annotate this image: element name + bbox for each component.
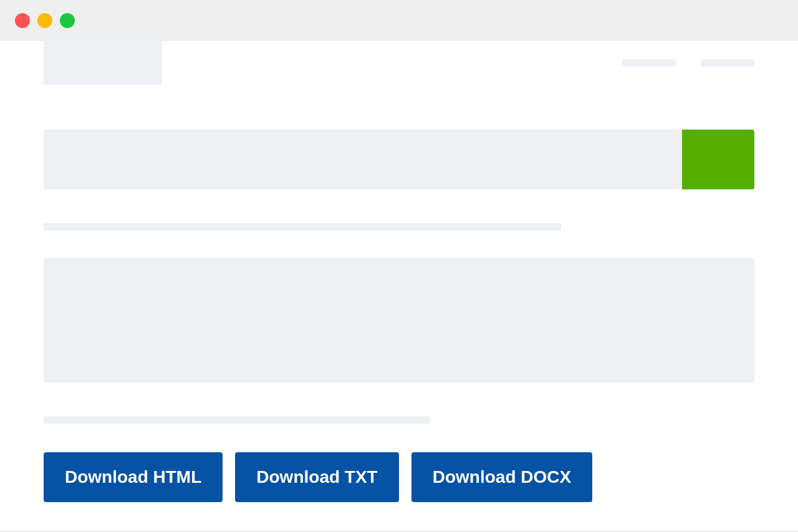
description-line-placeholder — [44, 223, 561, 230]
subtext-line-placeholder — [44, 416, 430, 424]
search-input[interactable] — [44, 130, 682, 189]
close-window-button[interactable] — [15, 13, 30, 28]
nav-placeholders — [622, 59, 754, 67]
search-bar — [44, 130, 754, 189]
header-row — [44, 41, 754, 85]
nav-item-1-placeholder[interactable] — [622, 59, 676, 67]
download-html-button[interactable]: Download HTML — [44, 452, 223, 502]
nav-item-2-placeholder[interactable] — [701, 59, 754, 67]
minimize-window-button[interactable] — [37, 13, 52, 28]
content-preview-placeholder — [44, 258, 754, 382]
search-submit-button[interactable] — [682, 130, 754, 189]
window-titlebar — [0, 0, 798, 41]
page-content: Download HTML Download TXT Download DOCX — [0, 41, 798, 527]
logo-placeholder — [44, 41, 162, 85]
download-docx-button[interactable]: Download DOCX — [411, 452, 592, 502]
download-buttons-row: Download HTML Download TXT Download DOCX — [44, 452, 754, 502]
fullscreen-window-button[interactable] — [60, 13, 75, 28]
download-txt-button[interactable]: Download TXT — [235, 452, 398, 502]
